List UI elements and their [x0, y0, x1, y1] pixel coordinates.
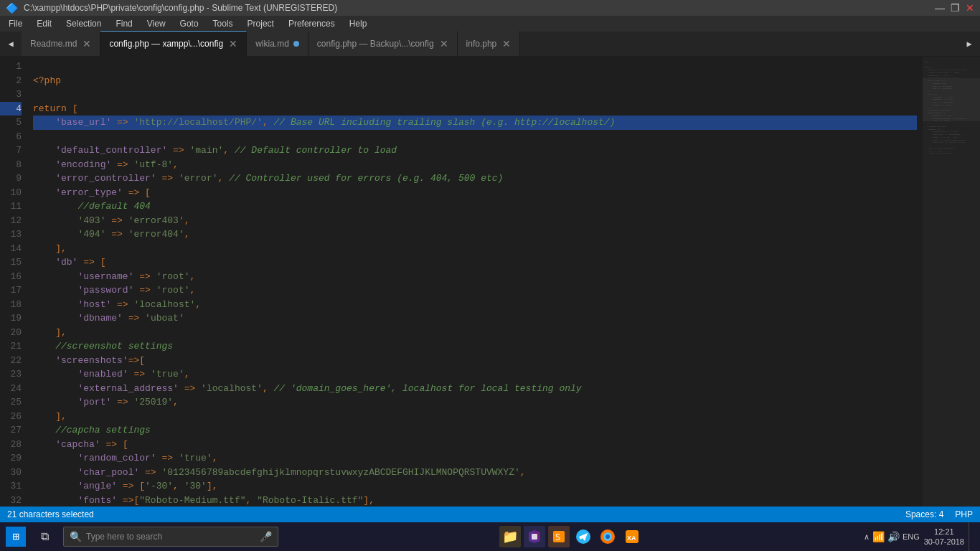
windows-start-button[interactable]: ⊞	[6, 527, 26, 547]
system-tray: ∧ 📶 🔊 ENG	[864, 531, 920, 542]
clock-time: 12:21	[934, 527, 954, 537]
tab-bar: ◀ Readme.md ✕ config.php — xampp\...\con…	[0, 32, 980, 57]
menu-tools[interactable]: Tools	[207, 17, 239, 30]
tab-info-label: info.php	[466, 39, 497, 49]
title-text: C:\xampp\htdocs\PHP\private\config\confi…	[24, 3, 935, 13]
menu-help[interactable]: Help	[344, 17, 373, 30]
taskbar-xampp[interactable]: XA	[621, 526, 643, 547]
menu-selection[interactable]: Selection	[60, 17, 107, 30]
tab-wikia-modified-dot	[293, 41, 299, 47]
show-desktop-button[interactable]	[969, 522, 974, 551]
minimap[interactable]: <?php return [ 'base_url' => 'http://loc…	[923, 57, 980, 507]
tab-readme-close[interactable]: ✕	[83, 38, 91, 50]
svg-point-8	[606, 534, 610, 539]
tab-config-backup[interactable]: config.php — Backup\...\config ✕	[308, 31, 458, 56]
close-button[interactable]: ✕	[966, 2, 974, 14]
svg-text:S: S	[555, 532, 560, 542]
line-numbers: 123 4 56789 1011121314 1516171819 202122…	[0, 57, 27, 507]
menu-edit[interactable]: Edit	[31, 17, 57, 30]
language-indicator[interactable]: ENG	[903, 532, 920, 541]
status-bar: 21 characters selected Spaces: 4 PHP	[0, 507, 980, 522]
taskbar: ⊞ ⧉ 🔍 🎤 📁 S XA ∧ 📶 🔊 EN	[0, 522, 980, 551]
taskbar-sublime-text[interactable]: S	[548, 526, 570, 547]
title-bar: 🔷 C:\xampp\htdocs\PHP\private\config\con…	[0, 0, 980, 16]
cortana-mic-icon[interactable]: 🎤	[260, 531, 272, 543]
app-icon: 🔷	[6, 2, 18, 14]
menu-goto[interactable]: Goto	[174, 17, 204, 30]
taskbar-visual-studio[interactable]	[524, 526, 545, 547]
tab-info-close[interactable]: ✕	[502, 38, 511, 50]
menu-file[interactable]: File	[3, 17, 28, 30]
svg-rect-2	[532, 534, 537, 540]
status-language[interactable]: PHP	[955, 509, 973, 519]
maximize-button[interactable]: ❐	[951, 2, 960, 14]
svg-text:XA: XA	[627, 534, 636, 542]
menu-preferences[interactable]: Preferences	[283, 17, 341, 30]
taskbar-file-explorer[interactable]: 📁	[499, 526, 521, 547]
tab-wikia-label: wikia.md	[255, 39, 289, 49]
status-spaces[interactable]: Spaces: 4	[905, 509, 943, 519]
tab-config-label: config.php — xampp\...\config	[109, 39, 223, 49]
tab-config-backup-label: config.php — Backup\...\config	[317, 39, 434, 49]
tab-config-backup-close[interactable]: ✕	[440, 38, 448, 50]
tab-config-close[interactable]: ✕	[229, 38, 237, 50]
minimap-highlight	[923, 78, 980, 121]
taskbar-telegram[interactable]	[573, 526, 594, 547]
taskbar-firefox[interactable]	[597, 526, 618, 547]
status-selection: 21 characters selected	[7, 509, 94, 519]
volume-icon[interactable]: 🔊	[887, 531, 900, 542]
tab-readme-label: Readme.md	[30, 39, 77, 49]
menu-find[interactable]: Find	[110, 17, 138, 30]
minimize-button[interactable]: —	[935, 2, 945, 14]
clock-date: 30-07-2018	[924, 537, 964, 547]
menu-view[interactable]: View	[141, 17, 171, 30]
tab-scroll-left[interactable]: ◀	[0, 32, 22, 57]
menu-bar: File Edit Selection Find View Goto Tools…	[0, 16, 980, 32]
tray-expand-icon[interactable]: ∧	[864, 532, 870, 542]
tab-readme[interactable]: Readme.md ✕	[22, 31, 100, 56]
search-icon: 🔍	[70, 531, 82, 543]
tab-info[interactable]: info.php ✕	[458, 31, 521, 56]
system-clock[interactable]: 12:21 30-07-2018	[924, 527, 964, 547]
tab-scroll-right[interactable]: ▶	[958, 32, 980, 57]
code-content[interactable]: <?php return [ 'base_url' => 'http://loc…	[27, 57, 923, 507]
menu-project[interactable]: Project	[242, 17, 280, 30]
task-view-button[interactable]: ⧉	[32, 524, 57, 550]
editor: 123 4 56789 1011121314 1516171819 202122…	[0, 57, 980, 507]
tab-config-active[interactable]: config.php — xampp\...\config ✕	[100, 31, 247, 56]
network-icon[interactable]: 📶	[872, 531, 885, 542]
search-input[interactable]	[86, 532, 255, 542]
tab-wikia[interactable]: wikia.md	[247, 31, 308, 56]
search-bar[interactable]: 🔍 🎤	[63, 527, 278, 547]
